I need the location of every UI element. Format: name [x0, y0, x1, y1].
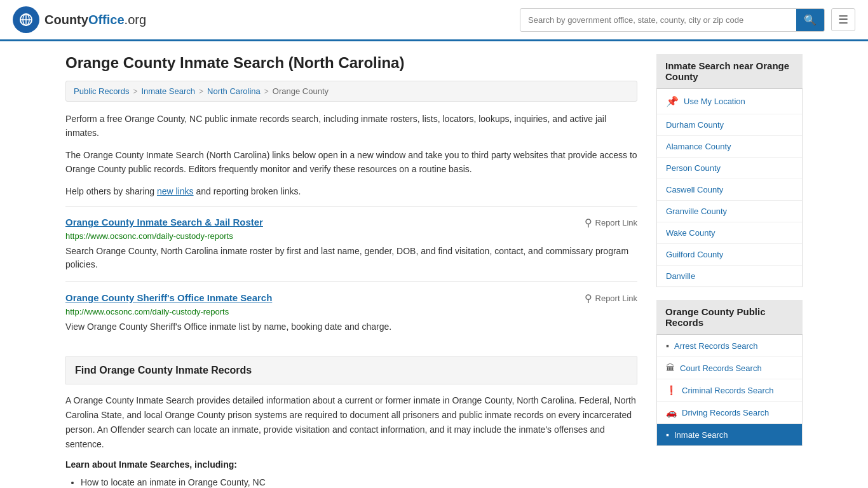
driving-records-link[interactable]: 🚗 Driving Records Search	[657, 402, 802, 424]
inmate-search-link[interactable]: ▪ Inmate Search	[657, 424, 802, 445]
breadcrumb: Public Records > Inmate Search > North C…	[65, 81, 637, 102]
bullet-list: How to locate an inmate in Orange County…	[65, 475, 637, 488]
breadcrumb-inmate-search[interactable]: Inmate Search	[141, 86, 195, 96]
sidebar: Inmate Search near Orange County 📌 Use M…	[656, 54, 803, 488]
page-title: Orange County Inmate Search (North Carol…	[65, 54, 637, 72]
court-records-icon: 🏛	[666, 363, 675, 373]
breadcrumb-public-records[interactable]: Public Records	[74, 86, 129, 96]
arrest-records-label: Arrest Records Search	[674, 341, 758, 351]
nearby-alamance-county[interactable]: Alamance County	[657, 136, 802, 158]
public-records-title: Orange County Public Records	[656, 300, 803, 335]
result-header-1: Orange County Inmate Search & Jail Roste…	[65, 217, 637, 229]
result-title-1[interactable]: Orange County Inmate Search & Jail Roste…	[65, 217, 263, 227]
report-link-1[interactable]: ⚲ Report Link	[585, 217, 637, 229]
nearby-guilford-label: Guilford County	[666, 250, 723, 259]
bullet-item-1: How to locate an inmate in Orange County…	[81, 475, 637, 488]
result-url-1[interactable]: https://www.ocsonc.com/daily-custody-rep…	[65, 231, 637, 241]
nearby-caswell-county[interactable]: Caswell County	[657, 179, 802, 201]
nearby-durham-county[interactable]: Durham County	[657, 114, 802, 136]
breadcrumb-sep-1: >	[133, 87, 137, 96]
nearby-wake-label: Wake County	[666, 228, 715, 238]
breadcrumb-sep-2: >	[199, 87, 203, 96]
result-title-2[interactable]: Orange County Sheriff's Office Inmate Se…	[65, 292, 272, 303]
criminal-records-link[interactable]: ❗ Criminal Records Search	[657, 379, 802, 402]
public-records-links: ▪ Arrest Records Search 🏛 Court Records …	[656, 335, 803, 446]
search-bar: 🔍	[520, 8, 825, 32]
nearby-danville[interactable]: Danville	[657, 266, 802, 287]
criminal-records-label: Criminal Records Search	[682, 386, 774, 395]
nearby-person-label: Person County	[666, 163, 721, 173]
find-body-text: A Orange County Inmate Search provides d…	[65, 393, 637, 452]
report-icon-1: ⚲	[585, 217, 592, 229]
nearby-caswell-label: Caswell County	[666, 185, 723, 194]
logo-text: CountyOffice.org	[44, 13, 146, 27]
search-input[interactable]	[520, 10, 796, 30]
report-label-2: Report Link	[595, 294, 637, 303]
nearby-section-title: Inmate Search near Orange County	[656, 54, 803, 89]
nearby-granville-county[interactable]: Granville County	[657, 201, 802, 222]
criminal-records-icon: ❗	[666, 385, 677, 395]
logo-icon	[13, 6, 39, 33]
result-desc-1: Search Orange County, North Carolina inm…	[65, 245, 637, 271]
menu-button[interactable]: ☰	[831, 8, 855, 31]
search-button[interactable]: 🔍	[796, 9, 824, 31]
result-item-2: Orange County Sheriff's Office Inmate Se…	[65, 281, 637, 344]
arrest-records-link[interactable]: ▪ Arrest Records Search	[657, 335, 802, 357]
nearby-links: 📌 Use My Location Durham County Alamance…	[656, 89, 803, 287]
nearby-person-county[interactable]: Person County	[657, 158, 802, 179]
result-item-1: Orange County Inmate Search & Jail Roste…	[65, 206, 637, 281]
report-label-1: Report Link	[595, 218, 637, 227]
content-area: Orange County Inmate Search (North Carol…	[65, 54, 637, 488]
breadcrumb-north-carolina[interactable]: North Carolina	[207, 86, 261, 96]
site-header: CountyOffice.org 🔍 ☰	[0, 0, 868, 41]
breadcrumb-sep-3: >	[264, 87, 269, 96]
result-url-2[interactable]: http://www.ocsonc.com/daily-custody-repo…	[65, 307, 637, 316]
nearby-alamance-label: Alamance County	[666, 142, 731, 151]
court-records-link[interactable]: 🏛 Court Records Search	[657, 357, 802, 379]
logo-area: CountyOffice.org	[13, 6, 146, 33]
driving-records-icon: 🚗	[666, 407, 677, 417]
location-pin-icon: 📌	[666, 95, 679, 107]
main-container: Orange County Inmate Search (North Carol…	[53, 41, 815, 488]
report-link-2[interactable]: ⚲ Report Link	[585, 292, 637, 304]
learn-title: Learn about Inmate Searches, including:	[65, 459, 637, 470]
description-1: Perform a free Orange County, NC public …	[65, 112, 637, 140]
use-location[interactable]: 📌 Use My Location	[657, 89, 802, 114]
find-section: Find Orange County Inmate Records	[65, 356, 637, 384]
nearby-wake-county[interactable]: Wake County	[657, 222, 802, 244]
inmate-search-label: Inmate Search	[674, 430, 728, 440]
header-right: 🔍 ☰	[520, 8, 855, 32]
find-section-title: Find Orange County Inmate Records	[75, 365, 628, 376]
nearby-section: Inmate Search near Orange County 📌 Use M…	[656, 54, 803, 287]
arrest-records-icon: ▪	[666, 341, 669, 351]
nearby-guilford-county[interactable]: Guilford County	[657, 244, 802, 266]
public-records-section: Orange County Public Records ▪ Arrest Re…	[656, 300, 803, 446]
use-location-label: Use My Location	[684, 97, 745, 106]
court-records-label: Court Records Search	[680, 363, 762, 373]
inmate-search-icon: ▪	[666, 430, 669, 440]
report-icon-2: ⚲	[585, 292, 592, 304]
result-header-2: Orange County Sheriff's Office Inmate Se…	[65, 292, 637, 304]
nearby-danville-label: Danville	[666, 271, 695, 281]
new-links-link[interactable]: new links	[157, 186, 194, 196]
nearby-granville-label: Granville County	[666, 207, 727, 216]
description-3: Help others by sharing new links and rep…	[65, 184, 637, 198]
driving-records-label: Driving Records Search	[682, 408, 769, 417]
nearby-durham-label: Durham County	[666, 120, 724, 130]
breadcrumb-current: Orange County	[273, 86, 329, 96]
result-desc-2: View Orange County Sheriff's Office inma…	[65, 320, 637, 334]
description-2: The Orange County Inmate Search (North C…	[65, 148, 637, 177]
